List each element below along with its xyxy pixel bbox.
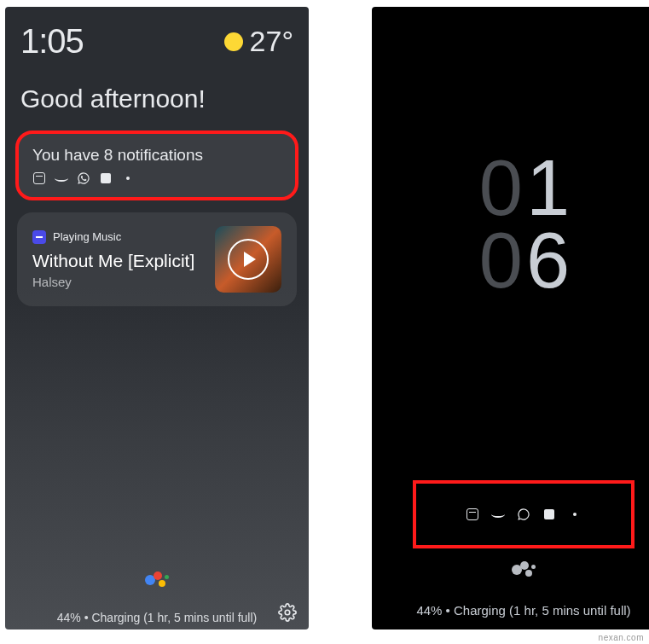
aod-right: 0 1 0 6 44% • Charging (1 hr, 5 mins unt…	[372, 7, 649, 629]
google-assistant-icon[interactable]	[512, 560, 536, 580]
calendar-icon	[466, 508, 479, 521]
app-icon	[99, 171, 113, 185]
charging-text: 44% • Charging (1 hr, 5 mins until full)	[57, 611, 257, 624]
google-assistant-icon[interactable]	[145, 570, 169, 590]
greeting-text: Good afternoon!	[5, 61, 309, 132]
more-dot-icon	[121, 171, 135, 185]
aod-min-2: 6	[526, 224, 568, 297]
whatsapp-icon	[517, 508, 530, 521]
aod-hour-1: 0	[479, 152, 521, 224]
music-app-icon	[32, 230, 46, 244]
play-button[interactable]	[228, 239, 269, 280]
gear-icon	[278, 603, 297, 622]
artist-name: Halsey	[32, 275, 215, 289]
settings-button[interactable]	[278, 603, 297, 624]
media-info: Playing Music Without Me [Explicit] Hals…	[32, 230, 215, 289]
assistant-row	[5, 570, 309, 590]
aod-clock: 0 1 0 6	[372, 7, 649, 296]
whatsapp-icon	[77, 171, 90, 185]
status-row: 1:05 27°	[5, 7, 309, 61]
temperature: 27°	[250, 25, 293, 58]
media-header: Playing Music	[32, 230, 215, 244]
album-art	[215, 226, 281, 293]
calendar-icon	[32, 171, 46, 185]
play-icon	[244, 252, 256, 267]
media-app-label: Playing Music	[53, 230, 121, 243]
aod-charging-text: 44% • Charging (1 hr, 5 mins until full)	[372, 603, 649, 618]
watermark: nexan.com	[599, 633, 644, 642]
notifications-title: You have 8 notifications	[32, 146, 281, 165]
notification-icons-row	[32, 171, 281, 185]
amazon-icon	[491, 508, 505, 521]
aod-assistant-row	[372, 560, 649, 580]
clock-time: 1:05	[20, 22, 84, 61]
sun-icon	[224, 32, 243, 51]
charging-status-bar: 44% • Charging (1 hr, 5 mins until full)	[5, 611, 309, 624]
amazon-icon	[55, 171, 68, 185]
media-card[interactable]: Playing Music Without Me [Explicit] Hals…	[17, 212, 297, 306]
weather-widget[interactable]: 27°	[224, 25, 293, 58]
more-dot-icon	[568, 508, 582, 521]
aod-hour-2: 1	[526, 152, 568, 224]
aod-icons-highlighted	[413, 480, 635, 548]
app-icon	[542, 508, 556, 521]
notifications-card[interactable]: You have 8 notifications	[17, 132, 297, 199]
lockscreen-left: 1:05 27° Good afternoon! You have 8 noti…	[5, 7, 309, 629]
aod-min-1: 0	[479, 224, 521, 297]
svg-point-0	[285, 610, 290, 615]
song-title: Without Me [Explicit]	[32, 251, 215, 271]
